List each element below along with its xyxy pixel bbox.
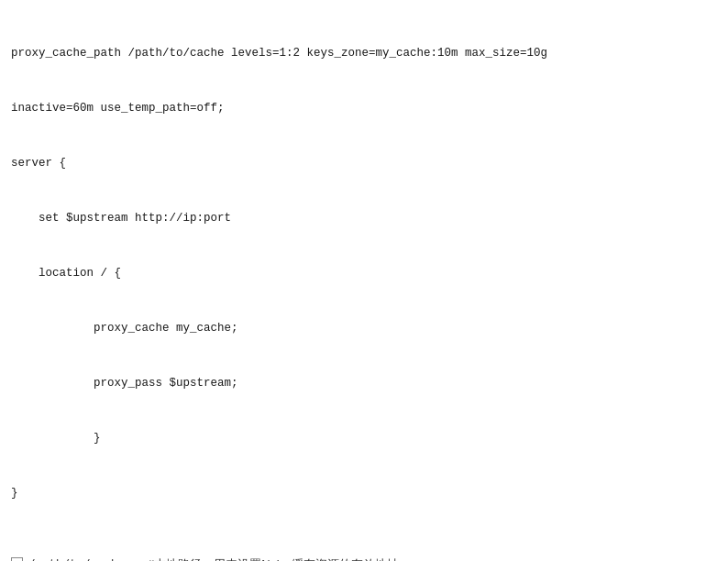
- bullet-icon-path: [11, 557, 23, 561]
- desc-section: /path/to/cache #本地路径，用来设置Nginx缓存资源的存放地址 …: [11, 556, 717, 561]
- code-line-1: proxy_cache_path /path/to/cache levels=1…: [11, 44, 717, 62]
- desc-item-path: /path/to/cache #本地路径，用来设置Nginx缓存资源的存放地址: [11, 556, 717, 561]
- body-path: #本地路径，用来设置Nginx缓存资源的存放地址: [148, 556, 717, 561]
- code-line-5: location / {: [11, 264, 717, 282]
- code-line-8: }: [11, 429, 717, 447]
- code-line-3: server {: [11, 154, 717, 172]
- term-path: /path/to/cache: [28, 556, 148, 561]
- code-line-2: inactive=60m use_temp_path=off;: [11, 99, 717, 117]
- code-line-9: }: [11, 484, 717, 502]
- code-line-7: proxy_pass $upstream;: [11, 374, 717, 392]
- code-block: proxy_cache_path /path/to/cache levels=1…: [11, 7, 717, 539]
- code-line-6: proxy_cache my_cache;: [11, 319, 717, 337]
- code-line-4: set $upstream http://ip:port: [11, 209, 717, 227]
- page-container: proxy_cache_path /path/to/cache levels=1…: [0, 0, 728, 561]
